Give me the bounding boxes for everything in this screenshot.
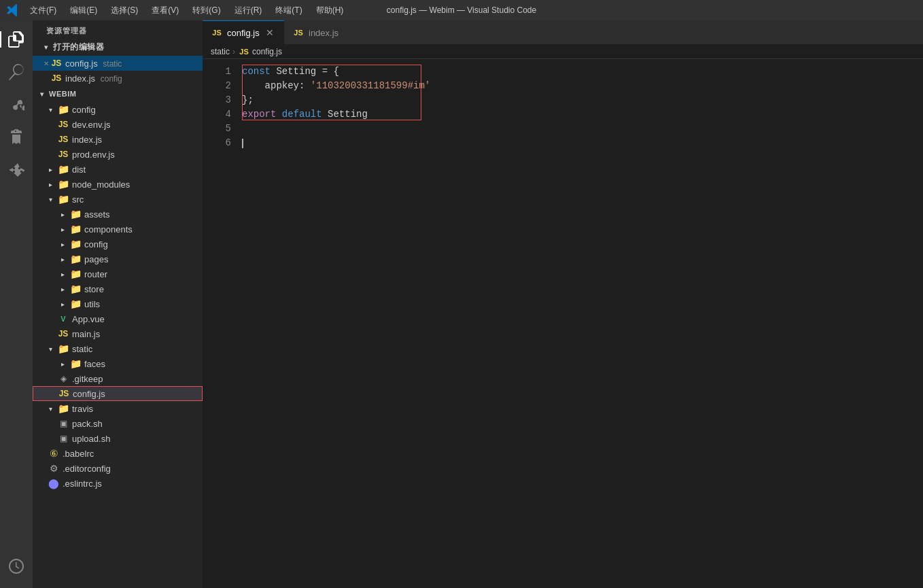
src-label: src <box>72 194 84 205</box>
editorconfig-icon: ⚙ <box>48 462 60 474</box>
file-pack-sh[interactable]: ▣ pack.sh <box>33 416 203 431</box>
folder-icon: 📁 <box>69 358 82 370</box>
folder-static[interactable]: 📁 static <box>33 341 203 356</box>
js-file-icon: JS <box>57 118 69 131</box>
source-control-activity-icon[interactable] <box>0 88 33 121</box>
node-modules-label: node_modules <box>72 179 130 190</box>
breadcrumb-sep: › <box>232 47 235 56</box>
editor-content[interactable]: 1 2 3 4 5 6 const Setting = { appkey: '1… <box>203 59 923 588</box>
text-cursor <box>242 139 243 148</box>
app-vue-label: App.vue <box>72 314 105 324</box>
code-line-3: }; <box>242 93 923 107</box>
sidebar-content[interactable]: 打开的编辑器 ✕ JS config.js static JS index.js <box>33 39 203 588</box>
folder-config[interactable]: 📁 config <box>33 102 203 117</box>
folder-dist[interactable]: 📁 dist <box>33 162 203 177</box>
menu-item[interactable]: 选择(S) <box>104 3 145 18</box>
folder-store[interactable]: 📁 store <box>33 281 203 296</box>
file-gitkeep[interactable]: ◈ .gitkeep <box>33 371 203 386</box>
js-file-icon: JS <box>57 133 69 145</box>
tab-configjs[interactable]: JS config.js ✕ <box>203 20 284 44</box>
file-index-js-config[interactable]: JS index.js <box>33 132 203 147</box>
open-editors-header[interactable]: 打开的编辑器 <box>33 39 203 56</box>
folder-dist-chevron <box>45 164 56 175</box>
folder-config-src[interactable]: 📁 config <box>33 237 203 252</box>
file-editorconfig[interactable]: ⚙ .editorconfig <box>33 461 203 476</box>
menu-item[interactable]: 编辑(E) <box>63 3 104 18</box>
open-editor-configjs[interactable]: ✕ JS config.js static <box>33 56 203 71</box>
vscode-logo-icon <box>7 4 19 16</box>
tab-configjs-label: config.js <box>227 28 260 38</box>
file-babelrc[interactable]: ⑥ .babelrc <box>33 446 203 461</box>
file-upload-sh[interactable]: ▣ upload.sh <box>33 431 203 446</box>
main-layout: 资源管理器 打开的编辑器 ✕ JS config.js static <box>0 20 923 588</box>
breadcrumb-static: static <box>211 47 230 56</box>
webim-chevron <box>37 88 48 99</box>
tab-indexjs[interactable]: JS index.js <box>284 20 366 44</box>
menu-item[interactable]: 帮助(H) <box>309 3 351 18</box>
debug-activity-icon[interactable] <box>0 121 33 154</box>
pages-label: pages <box>84 254 108 264</box>
store-label: store <box>84 284 104 294</box>
tab-js-icon2: JS <box>292 27 304 39</box>
folder-icon: 📁 <box>69 208 82 220</box>
menu-item[interactable]: 终端(T) <box>268 3 309 18</box>
menu-item[interactable]: 查看(V) <box>145 3 186 18</box>
extensions-activity-icon[interactable] <box>0 154 33 186</box>
folder-utils[interactable]: 📁 utils <box>33 296 203 311</box>
explorer-activity-icon[interactable] <box>0 23 33 56</box>
menu-item[interactable]: 转到(G) <box>186 3 227 18</box>
folder-components-chevron <box>57 224 68 235</box>
menu-bar: 文件(F)编辑(E)选择(S)查看(V)转到(G)运行(R)终端(T)帮助(H) <box>23 3 350 18</box>
tab-close-icon[interactable]: ✕ <box>264 27 276 39</box>
close-icon[interactable]: ✕ <box>43 60 49 67</box>
code-area[interactable]: const Setting = { appkey: '1103200331181… <box>237 59 923 588</box>
faces-label: faces <box>84 359 105 369</box>
folder-icon: 📁 <box>69 268 82 280</box>
line-numbers: 1 2 3 4 5 6 <box>203 59 237 588</box>
file-main-js[interactable]: JS main.js <box>33 326 203 341</box>
folder-components[interactable]: 📁 components <box>33 222 203 237</box>
file-app-vue[interactable]: V App.vue <box>33 311 203 326</box>
open-editor-configjs-label: config.js static <box>65 58 122 69</box>
tab-indexjs-label: index.js <box>309 28 338 38</box>
open-editor-indexjs-label: index.js config <box>65 73 122 84</box>
open-editor-indexjs[interactable]: JS index.js config <box>33 71 203 86</box>
code-line-2: appkey: '1103200331181599#im' <box>242 79 923 93</box>
folder-icon: 📁 <box>57 193 69 205</box>
search-activity-icon[interactable] <box>0 56 33 88</box>
content-right: JS config.js ✕ JS index.js static › JS c… <box>203 20 923 588</box>
dot-file-icon: ◈ <box>57 373 69 385</box>
title-bar: 文件(F)编辑(E)选择(S)查看(V)转到(G)运行(R)终端(T)帮助(H)… <box>0 0 923 20</box>
folder-icon: 📁 <box>69 238 82 250</box>
menu-item[interactable]: 文件(F) <box>23 3 63 18</box>
folder-pages[interactable]: 📁 pages <box>33 252 203 266</box>
folder-config-src-chevron <box>57 239 68 249</box>
file-dev-env-js[interactable]: JS dev.env.js <box>33 117 203 132</box>
folder-router[interactable]: 📁 router <box>33 266 203 281</box>
folder-src[interactable]: 📁 src <box>33 192 203 207</box>
folder-faces[interactable]: 📁 faces <box>33 356 203 371</box>
folder-travis[interactable]: 📁 travis <box>33 401 203 416</box>
file-config-js-static[interactable]: JS config.js <box>33 386 203 401</box>
folder-node-modules[interactable]: 📁 node_modules <box>33 177 203 192</box>
folder-travis-chevron <box>45 403 56 414</box>
pack-sh-label: pack.sh <box>72 419 103 429</box>
tab-bar: JS config.js ✕ JS index.js <box>203 20 923 44</box>
file-eslintrc-js[interactable]: ⬤ .eslintrc.js <box>33 476 203 491</box>
assets-label: assets <box>84 209 110 220</box>
folder-assets[interactable]: 📁 assets <box>33 207 203 222</box>
shell-file-icon: ▣ <box>57 417 69 430</box>
open-editors-chevron <box>41 42 52 53</box>
file-prod-env-js[interactable]: JS prod.env.js <box>33 147 203 162</box>
breadcrumb: static › JS config.js <box>203 44 923 59</box>
router-label: router <box>84 269 107 279</box>
config-js-static-label: config.js <box>73 389 105 399</box>
folder-icon: 📁 <box>57 402 69 415</box>
folder-pages-chevron <box>57 254 68 264</box>
folder-config-label: config <box>72 105 96 115</box>
menu-item[interactable]: 运行(R) <box>228 3 269 18</box>
timeline-activity-icon[interactable] <box>0 550 33 583</box>
webim-section-header[interactable]: WEBIM <box>33 86 203 102</box>
js-file-icon: JS <box>57 148 69 160</box>
prod-env-label: prod.env.js <box>72 150 115 160</box>
